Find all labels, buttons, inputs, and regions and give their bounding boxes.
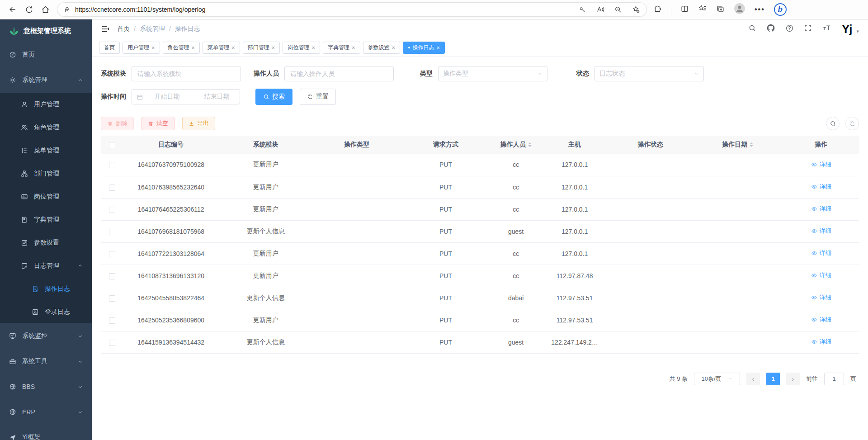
github-icon[interactable]: [766, 24, 775, 34]
yj-logo[interactable]: Yj: [842, 23, 852, 35]
row-checkbox[interactable]: [109, 162, 115, 168]
home-icon[interactable]: [37, 2, 53, 17]
sidebar-item-monitor[interactable]: 系统监控: [0, 323, 92, 349]
row-checkbox[interactable]: [109, 207, 115, 213]
type-filter-select[interactable]: 操作类型: [438, 66, 547, 81]
caret-down-icon[interactable]: ▾: [856, 28, 859, 34]
sort-icons[interactable]: [528, 141, 532, 149]
sidebar-item-menu-mgmt[interactable]: 菜单管理: [0, 139, 92, 162]
detail-link[interactable]: 详细: [811, 271, 831, 279]
sidebar-item-operation-log[interactable]: 操作日志: [0, 277, 92, 300]
favorite-add-icon[interactable]: [632, 5, 640, 14]
module-filter-input[interactable]: [132, 66, 241, 81]
refresh-icon[interactable]: [21, 2, 37, 17]
sidebar-item-system[interactable]: 系统管理: [0, 67, 92, 93]
detail-link[interactable]: 详细: [811, 316, 831, 324]
bing-chat-icon[interactable]: b: [774, 3, 787, 16]
breadcrumb-home[interactable]: 首页: [117, 25, 130, 33]
select-all-checkbox[interactable]: [109, 142, 115, 148]
row-checkbox[interactable]: [109, 229, 115, 235]
next-page-button[interactable]: ›: [786, 373, 800, 385]
operator-filter-input[interactable]: [284, 66, 394, 81]
row-checkbox[interactable]: [109, 185, 115, 191]
sidebar-item-erp[interactable]: ERP: [0, 399, 92, 425]
row-checkbox[interactable]: [109, 295, 115, 302]
detail-link[interactable]: 详细: [811, 161, 831, 169]
fullscreen-icon[interactable]: [804, 24, 812, 34]
export-button[interactable]: 导出: [182, 117, 215, 130]
sidebar-item-dept-mgmt[interactable]: 部门管理: [0, 162, 92, 185]
sidebar-item-user-mgmt[interactable]: 用户管理: [0, 93, 92, 116]
collections-icon[interactable]: [716, 5, 725, 15]
detail-link[interactable]: 详细: [811, 205, 831, 213]
tab-close-icon[interactable]: ×: [311, 44, 315, 51]
column-date[interactable]: 操作日期: [692, 136, 783, 154]
date-range-input[interactable]: 开始日期 - 结束日期: [132, 89, 240, 104]
read-aloud-icon[interactable]: [596, 5, 604, 14]
favorites-icon[interactable]: [698, 4, 707, 15]
url-text[interactable]: https://ccnetcore.com:1101/system/log/op…: [75, 6, 569, 13]
sidebar-item-login-log[interactable]: 登录日志: [0, 300, 92, 323]
column-operator[interactable]: 操作人员: [491, 136, 541, 154]
clear-button[interactable]: 清空: [142, 117, 175, 130]
tab-close-icon[interactable]: ×: [272, 44, 275, 51]
text-size-icon[interactable]: [822, 24, 832, 34]
tab[interactable]: ● 岗位管理 ×: [283, 42, 320, 54]
sidebar-fold-icon[interactable]: [101, 24, 110, 33]
prev-page-button[interactable]: ‹: [746, 373, 760, 385]
sidebar-item-tools[interactable]: 系统工具: [0, 349, 92, 374]
sidebar-item-role-mgmt[interactable]: 角色管理: [0, 116, 92, 139]
detail-link[interactable]: 详细: [811, 227, 831, 235]
tab[interactable]: ● 菜单管理 ×: [203, 42, 240, 54]
address-bar[interactable]: https://ccnetcore.com:1101/system/log/op…: [57, 2, 647, 17]
tab-close-icon[interactable]: ×: [231, 44, 235, 51]
tab[interactable]: ● 参数设置 ×: [363, 42, 401, 54]
sidebar-item-yi-framework[interactable]: Yi框架: [0, 425, 92, 440]
row-checkbox[interactable]: [109, 273, 115, 279]
extensions-icon[interactable]: [653, 5, 662, 15]
lock-icon[interactable]: [64, 6, 71, 13]
row-checkbox[interactable]: [109, 317, 115, 324]
detail-link[interactable]: 详细: [811, 249, 831, 257]
search-button[interactable]: 搜索: [255, 89, 292, 105]
back-icon[interactable]: [5, 2, 21, 17]
sidebar-item-post-mgmt[interactable]: 岗位管理: [0, 185, 92, 208]
tab-close-icon[interactable]: ×: [151, 44, 155, 51]
detail-link[interactable]: 详细: [811, 183, 831, 191]
tab-close-icon[interactable]: ×: [437, 44, 440, 51]
tab[interactable]: ● 首页: [99, 42, 120, 54]
detail-link[interactable]: 详细: [811, 338, 831, 346]
row-checkbox[interactable]: [109, 340, 115, 346]
sidebar-item-param-settings[interactable]: 参数设置: [0, 231, 92, 254]
split-screen-icon[interactable]: [680, 5, 689, 15]
current-page-button[interactable]: 1: [766, 373, 780, 385]
zoom-out-icon[interactable]: [614, 6, 622, 14]
tab[interactable]: ● 用户管理 ×: [123, 42, 160, 54]
breadcrumb-system[interactable]: 系统管理: [140, 25, 165, 33]
sidebar-item-bbs[interactable]: BBS: [0, 374, 92, 399]
password-key-icon[interactable]: [579, 6, 586, 14]
status-filter-select[interactable]: 日志状态: [594, 66, 704, 81]
detail-link[interactable]: 详细: [811, 293, 831, 302]
tab[interactable]: ● 字典管理 ×: [323, 42, 360, 54]
tab[interactable]: ● 部门管理 ×: [243, 42, 280, 54]
sidebar-item-dict-mgmt[interactable]: 字典管理: [0, 208, 92, 231]
reset-button[interactable]: 重置: [300, 89, 336, 105]
table-refresh-icon[interactable]: [845, 117, 859, 130]
row-checkbox[interactable]: [109, 251, 115, 257]
goto-page-input[interactable]: [824, 373, 844, 385]
help-icon[interactable]: [785, 24, 794, 34]
sidebar-item-log-mgmt[interactable]: 日志管理: [0, 254, 92, 277]
more-menu-icon[interactable]: •••: [755, 5, 765, 14]
delete-button[interactable]: 删除: [101, 117, 134, 130]
tab-close-icon[interactable]: ×: [352, 44, 355, 51]
tab[interactable]: ● 角色管理 ×: [163, 42, 200, 54]
page-size-select[interactable]: 10条/页: [694, 373, 740, 385]
search-icon[interactable]: [748, 24, 756, 34]
profile-avatar[interactable]: [734, 3, 745, 16]
tab-close-icon[interactable]: ×: [192, 44, 195, 51]
table-search-icon[interactable]: [826, 117, 840, 130]
sort-icons[interactable]: [750, 141, 753, 149]
tab[interactable]: ● 操作日志 ×: [403, 42, 445, 54]
tab-close-icon[interactable]: ×: [392, 44, 396, 51]
